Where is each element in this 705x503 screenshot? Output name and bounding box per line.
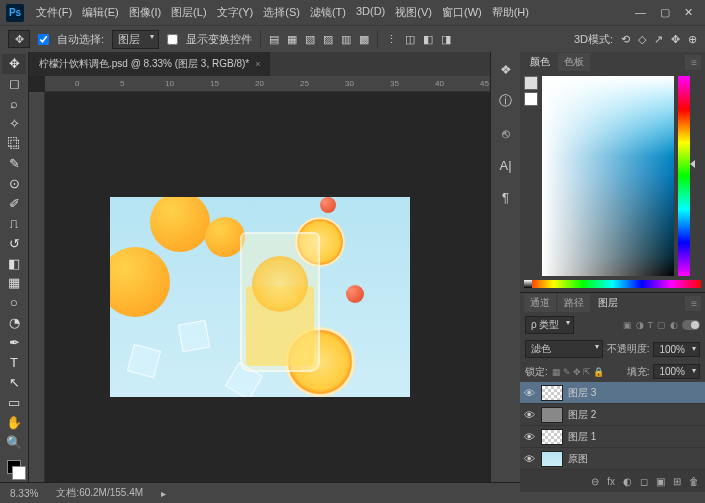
lock-position-icon[interactable]: ✥ bbox=[573, 367, 581, 377]
menu-view[interactable]: 视图(V) bbox=[391, 3, 436, 22]
layer-name[interactable]: 图层 3 bbox=[568, 386, 596, 400]
hand-tool-icon[interactable]: ✋ bbox=[2, 412, 26, 432]
move-tool-preset-icon[interactable]: ✥ bbox=[8, 30, 30, 48]
menu-layer[interactable]: 图层(L) bbox=[167, 3, 210, 22]
layer-row[interactable]: 👁 图层 1 bbox=[520, 426, 705, 448]
menu-edit[interactable]: 编辑(E) bbox=[78, 3, 123, 22]
mode-3d-icon[interactable]: ⊕ bbox=[688, 33, 697, 46]
character-panel-icon[interactable]: ⎋ bbox=[495, 122, 517, 144]
blend-mode-dropdown[interactable]: 滤色 bbox=[525, 340, 603, 358]
history-panel-icon[interactable]: ❖ bbox=[495, 58, 517, 80]
layer-thumbnail[interactable] bbox=[541, 407, 563, 423]
mode-3d-icon[interactable]: ⟲ bbox=[621, 33, 630, 46]
layer-filter-kind-dropdown[interactable]: ρ 类型 bbox=[525, 316, 574, 334]
align-icon[interactable]: ▨ bbox=[323, 33, 333, 46]
layer-row[interactable]: 👁 图层 2 bbox=[520, 404, 705, 426]
marquee-tool-icon[interactable]: ◻ bbox=[2, 74, 26, 94]
visibility-eye-icon[interactable]: 👁 bbox=[524, 431, 536, 443]
layer-name[interactable]: 图层 1 bbox=[568, 430, 596, 444]
mode-3d-icon[interactable]: ◇ bbox=[638, 33, 646, 46]
fill-input[interactable]: 100% bbox=[653, 364, 700, 379]
filter-shape-icon[interactable]: ▢ bbox=[657, 320, 666, 330]
menu-3d[interactable]: 3D(D) bbox=[352, 3, 389, 22]
distribute-icon[interactable]: ◫ bbox=[405, 33, 415, 46]
status-arrow-icon[interactable]: ▸ bbox=[161, 488, 166, 499]
brush-tool-icon[interactable]: ✐ bbox=[2, 193, 26, 213]
filter-adjust-icon[interactable]: ◑ bbox=[636, 320, 644, 330]
filter-pixel-icon[interactable]: ▣ bbox=[623, 320, 632, 330]
close-icon[interactable]: ✕ bbox=[684, 6, 693, 19]
align-icon[interactable]: ▦ bbox=[287, 33, 297, 46]
align-icon[interactable]: ▤ bbox=[269, 33, 279, 46]
tab-color[interactable]: 颜色 bbox=[524, 53, 556, 71]
path-select-tool-icon[interactable]: ↖ bbox=[2, 373, 26, 393]
menu-window[interactable]: 窗口(W) bbox=[438, 3, 486, 22]
shape-tool-icon[interactable]: ▭ bbox=[2, 392, 26, 412]
layer-thumbnail[interactable] bbox=[541, 451, 563, 467]
document-info[interactable]: 文档:60.2M/155.4M bbox=[56, 486, 143, 500]
mode-3d-icon[interactable]: ↗ bbox=[654, 33, 663, 46]
lock-transparency-icon[interactable]: ▦ bbox=[552, 367, 561, 377]
background-color-swatch[interactable] bbox=[12, 466, 26, 480]
color-spectrum[interactable] bbox=[524, 280, 701, 288]
tab-layers[interactable]: 图层 bbox=[592, 294, 624, 312]
layer-name[interactable]: 图层 2 bbox=[568, 408, 596, 422]
distribute-icon[interactable]: ⋮ bbox=[386, 33, 397, 46]
filter-type-icon[interactable]: T bbox=[648, 320, 654, 330]
color-field[interactable] bbox=[542, 76, 674, 276]
lock-artboard-icon[interactable]: ⇱ bbox=[583, 367, 591, 377]
magic-wand-tool-icon[interactable]: ✧ bbox=[2, 114, 26, 134]
delete-layer-icon[interactable]: 🗑 bbox=[689, 476, 699, 487]
menu-help[interactable]: 帮助(H) bbox=[488, 3, 533, 22]
pen-tool-icon[interactable]: ✒ bbox=[2, 333, 26, 353]
crop-tool-icon[interactable]: ⿻ bbox=[2, 134, 26, 154]
lasso-tool-icon[interactable]: ⌕ bbox=[2, 94, 26, 114]
lock-pixels-icon[interactable]: ✎ bbox=[563, 367, 571, 377]
layer-row[interactable]: 👁 图层 3 bbox=[520, 382, 705, 404]
layer-row[interactable]: 👁 原图 bbox=[520, 448, 705, 470]
healing-tool-icon[interactable]: ⊙ bbox=[2, 173, 26, 193]
distribute-icon[interactable]: ◨ bbox=[441, 33, 451, 46]
bg-color-swatch[interactable] bbox=[524, 92, 538, 106]
gradient-tool-icon[interactable]: ▦ bbox=[2, 273, 26, 293]
hue-slider[interactable] bbox=[678, 76, 690, 276]
canvas-artboard[interactable] bbox=[110, 197, 410, 397]
tab-channels[interactable]: 通道 bbox=[524, 294, 556, 312]
clone-tool-icon[interactable]: ⎍ bbox=[2, 213, 26, 233]
align-icon[interactable]: ▥ bbox=[341, 33, 351, 46]
horizontal-ruler[interactable]: 0 5 10 15 20 25 30 35 40 45 bbox=[45, 76, 490, 92]
glyphs-panel-icon[interactable]: A| bbox=[495, 154, 517, 176]
eyedropper-tool-icon[interactable]: ✎ bbox=[2, 154, 26, 174]
maximize-icon[interactable]: ▢ bbox=[660, 6, 670, 19]
zoom-level[interactable]: 8.33% bbox=[10, 488, 38, 499]
zoom-tool-icon[interactable]: 🔍 bbox=[2, 432, 26, 452]
panel-menu-icon[interactable]: ≡ bbox=[685, 55, 701, 70]
properties-panel-icon[interactable]: ⓘ bbox=[495, 90, 517, 112]
canvas-stage[interactable] bbox=[45, 92, 490, 482]
layer-thumbnail[interactable] bbox=[541, 385, 563, 401]
fg-color-swatch[interactable] bbox=[524, 76, 538, 90]
panel-menu-icon[interactable]: ≡ bbox=[685, 296, 701, 311]
visibility-eye-icon[interactable]: 👁 bbox=[524, 387, 536, 399]
group-icon[interactable]: ▣ bbox=[656, 476, 665, 487]
new-layer-icon[interactable]: ⊞ bbox=[673, 476, 681, 487]
type-tool-icon[interactable]: T bbox=[2, 353, 26, 373]
adjustment-layer-icon[interactable]: ◻ bbox=[640, 476, 648, 487]
distribute-icon[interactable]: ◧ bbox=[423, 33, 433, 46]
vertical-ruler[interactable] bbox=[29, 92, 45, 482]
menu-select[interactable]: 选择(S) bbox=[259, 3, 304, 22]
mode-3d-icon[interactable]: ✥ bbox=[671, 33, 680, 46]
tab-close-icon[interactable]: × bbox=[255, 59, 260, 69]
lock-all-icon[interactable]: 🔒 bbox=[593, 367, 604, 377]
align-icon[interactable]: ▧ bbox=[305, 33, 315, 46]
layer-name[interactable]: 原图 bbox=[568, 452, 588, 466]
minimize-icon[interactable]: — bbox=[635, 6, 646, 19]
document-tab[interactable]: 柠檬汁饮料调色.psd @ 8.33% (图层 3, RGB/8)* × bbox=[29, 52, 270, 76]
menu-image[interactable]: 图像(I) bbox=[125, 3, 165, 22]
blur-tool-icon[interactable]: ○ bbox=[2, 293, 26, 313]
menu-file[interactable]: 文件(F) bbox=[32, 3, 76, 22]
opacity-input[interactable]: 100% bbox=[653, 342, 700, 357]
tab-paths[interactable]: 路径 bbox=[558, 294, 590, 312]
menu-type[interactable]: 文字(Y) bbox=[213, 3, 258, 22]
layer-mask-icon[interactable]: ◐ bbox=[623, 476, 632, 487]
